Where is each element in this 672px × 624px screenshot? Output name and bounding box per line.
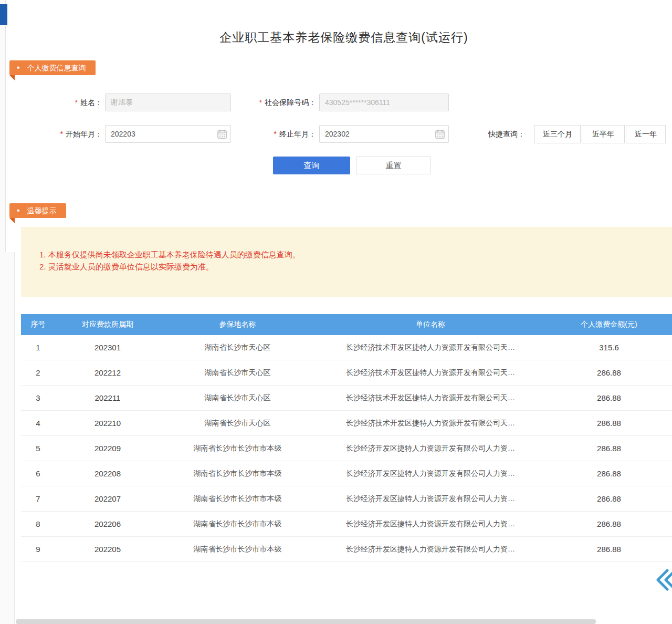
table-row: 7 202207 湖南省长沙市长沙市市本级 长沙经济开发区捷特人力资源开发有限公… bbox=[21, 486, 672, 512]
page: 企业职工基本养老保险缴费信息查询(试运行) •个人缴费信息查询 *姓名： *社会… bbox=[0, 0, 672, 624]
cell-insured-place: 湖南省长沙市长沙市市本级 bbox=[160, 519, 315, 529]
cell-insured-place: 湖南省长沙市天心区 bbox=[160, 393, 315, 403]
badge-bullet-icon: • bbox=[17, 60, 20, 75]
section-badge-personal-payment-query: •个人缴费信息查询 bbox=[9, 60, 96, 75]
notice-line: 2. 灵活就业人员的缴费单位信息以实际缴费为准。 bbox=[39, 262, 214, 272]
cell-amount: 286.88 bbox=[546, 419, 672, 428]
cell-index: 9 bbox=[21, 545, 55, 554]
table-header-amount: 个人缴费金额(元) bbox=[546, 320, 672, 329]
cell-amount: 286.88 bbox=[546, 469, 672, 478]
cell-employer: 长沙经济开发区捷特人力资源开发有限公司人力资… bbox=[315, 545, 546, 554]
table-header-index: 序号 bbox=[21, 320, 55, 329]
section-badge-notice: •温馨提示 bbox=[9, 203, 66, 218]
cell-insured-place: 湖南省长沙市长沙市市本级 bbox=[160, 494, 315, 504]
cell-employer: 长沙经济开发区捷特人力资源开发有限公司人力资… bbox=[315, 469, 546, 479]
cell-insured-place: 湖南省长沙市长沙市市本级 bbox=[160, 469, 315, 479]
cell-amount: 286.88 bbox=[546, 494, 672, 503]
cell-amount: 286.88 bbox=[546, 393, 672, 402]
notice-line: 1. 本服务仅提供尚未领取企业职工基本养老保险待遇人员的缴费信息查询。 bbox=[39, 250, 300, 260]
cell-employer: 长沙经济技术开发区捷特人力资源开发有限公司天… bbox=[315, 368, 546, 378]
quick-query-last-year-button[interactable]: 近一年 bbox=[626, 125, 666, 143]
table-row: 9 202205 湖南省长沙市长沙市市本级 长沙经济开发区捷特人力资源开发有限公… bbox=[21, 537, 672, 562]
payment-table: 序号 对应费款所属期 参保地名称 单位名称 个人缴费金额(元) 1 202301… bbox=[21, 314, 672, 562]
table-row: 3 202211 湖南省长沙市天心区 长沙经济技术开发区捷特人力资源开发有限公司… bbox=[21, 386, 672, 411]
cell-period: 202206 bbox=[55, 519, 160, 528]
cell-amount: 286.88 bbox=[546, 368, 672, 377]
cell-period: 202209 bbox=[55, 444, 160, 453]
section-badge-label: 温馨提示 bbox=[27, 206, 57, 215]
cell-index: 3 bbox=[21, 393, 55, 402]
notice-box: 1. 本服务仅提供尚未领取企业职工基本养老保险待遇人员的缴费信息查询。 2. 灵… bbox=[21, 227, 672, 297]
table-row: 5 202209 湖南省长沙市长沙市市本级 长沙经济开发区捷特人力资源开发有限公… bbox=[21, 436, 672, 461]
cell-amount: 315.6 bbox=[546, 343, 672, 352]
cell-index: 7 bbox=[21, 494, 55, 503]
cell-amount: 286.88 bbox=[546, 444, 672, 453]
cell-insured-place: 湖南省长沙市天心区 bbox=[160, 343, 315, 352]
table-row: 1 202301 湖南省长沙市天心区 长沙经济技术开发区捷特人力资源开发有限公司… bbox=[21, 335, 672, 360]
page-title: 企业职工基本养老保险缴费信息查询(试运行) bbox=[16, 29, 672, 46]
required-asterisk: * bbox=[60, 130, 63, 138]
name-label: *姓名： bbox=[32, 93, 102, 111]
table-row: 6 202208 湖南省长沙市长沙市市本级 长沙经济开发区捷特人力资源开发有限公… bbox=[21, 461, 672, 486]
ribbon-fold bbox=[9, 218, 15, 223]
cell-insured-place: 湖南省长沙市长沙市市本级 bbox=[160, 444, 315, 453]
quick-query-last-half-year-button[interactable]: 近半年 bbox=[582, 125, 625, 143]
calendar-icon[interactable] bbox=[435, 129, 445, 139]
start-month-field[interactable] bbox=[105, 125, 231, 143]
cell-employer: 长沙经济技术开发区捷特人力资源开发有限公司天… bbox=[315, 393, 546, 403]
cell-insured-place: 湖南省长沙市长沙市市本级 bbox=[160, 545, 315, 554]
start-month-label: *开始年月： bbox=[32, 125, 102, 143]
cell-index: 4 bbox=[21, 419, 55, 428]
table-header-row: 序号 对应费款所属期 参保地名称 单位名称 个人缴费金额(元) bbox=[21, 314, 672, 335]
cell-insured-place: 湖南省长沙市天心区 bbox=[160, 419, 315, 428]
cell-period: 202211 bbox=[55, 393, 160, 402]
end-month-label: *终止年月： bbox=[226, 125, 316, 143]
required-asterisk: * bbox=[274, 130, 277, 138]
cell-period: 202205 bbox=[55, 545, 160, 554]
quick-query-label: 快捷查询： bbox=[488, 125, 525, 143]
ssn-field[interactable] bbox=[319, 93, 449, 111]
cell-index: 1 bbox=[21, 343, 55, 352]
cell-period: 202207 bbox=[55, 494, 160, 503]
reset-button[interactable]: 重置 bbox=[356, 157, 431, 174]
table-header-insured-place: 参保地名称 bbox=[160, 320, 315, 329]
horizontal-scrollbar[interactable] bbox=[16, 619, 596, 624]
table-row: 4 202210 湖南省长沙市天心区 长沙经济技术开发区捷特人力资源开发有限公司… bbox=[21, 411, 672, 436]
cell-index: 2 bbox=[21, 368, 55, 377]
quick-query-last-3-months-button[interactable]: 近三个月 bbox=[534, 125, 581, 143]
cell-employer: 长沙经济技术开发区捷特人力资源开发有限公司天… bbox=[315, 419, 546, 428]
left-gutter bbox=[0, 0, 15, 624]
table-row: 2 202212 湖南省长沙市天心区 长沙经济技术开发区捷特人力资源开发有限公司… bbox=[21, 360, 672, 386]
cell-employer: 长沙经济开发区捷特人力资源开发有限公司人力资… bbox=[315, 494, 546, 504]
collapse-double-chevron-left-icon[interactable] bbox=[653, 567, 672, 592]
cell-index: 6 bbox=[21, 469, 55, 478]
cell-period: 202208 bbox=[55, 469, 160, 478]
section-badge-label: 个人缴费信息查询 bbox=[27, 64, 86, 72]
ssn-label: *社会保障号码： bbox=[226, 93, 316, 111]
cell-period: 202210 bbox=[55, 419, 160, 428]
cell-employer: 长沙经济开发区捷特人力资源开发有限公司人力资… bbox=[315, 444, 546, 453]
left-corner-tab bbox=[0, 4, 7, 25]
search-button[interactable]: 查询 bbox=[273, 157, 350, 174]
ribbon-fold bbox=[9, 75, 15, 80]
table-header-employer: 单位名称 bbox=[315, 320, 546, 329]
table-body: 1 202301 湖南省长沙市天心区 长沙经济技术开发区捷特人力资源开发有限公司… bbox=[21, 335, 672, 562]
cell-period: 202301 bbox=[55, 343, 160, 352]
cell-amount: 286.88 bbox=[546, 545, 672, 554]
cell-amount: 286.88 bbox=[546, 519, 672, 528]
cell-employer: 长沙经济技术开发区捷特人力资源开发有限公司天… bbox=[315, 343, 546, 352]
required-asterisk: * bbox=[75, 98, 78, 107]
badge-bullet-icon: • bbox=[17, 203, 20, 218]
cell-insured-place: 湖南省长沙市天心区 bbox=[160, 368, 315, 378]
end-month-field[interactable] bbox=[319, 125, 449, 143]
cell-employer: 长沙经济开发区捷特人力资源开发有限公司人力资… bbox=[315, 519, 546, 529]
table-row: 8 202206 湖南省长沙市长沙市市本级 长沙经济开发区捷特人力资源开发有限公… bbox=[21, 512, 672, 537]
cell-index: 8 bbox=[21, 519, 55, 528]
cell-index: 5 bbox=[21, 444, 55, 453]
cell-period: 202212 bbox=[55, 368, 160, 377]
required-asterisk: * bbox=[259, 98, 262, 107]
name-field[interactable] bbox=[105, 93, 231, 111]
table-header-period: 对应费款所属期 bbox=[55, 320, 160, 329]
